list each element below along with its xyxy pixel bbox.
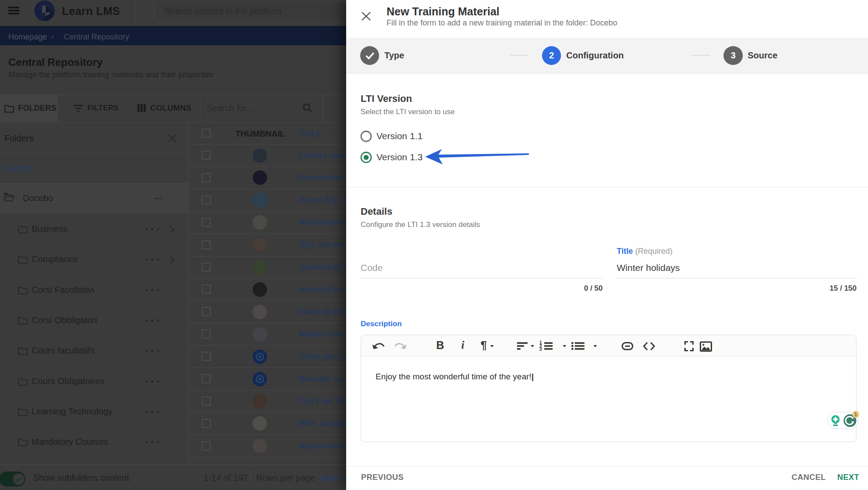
svg-text:3: 3 <box>539 347 542 352</box>
